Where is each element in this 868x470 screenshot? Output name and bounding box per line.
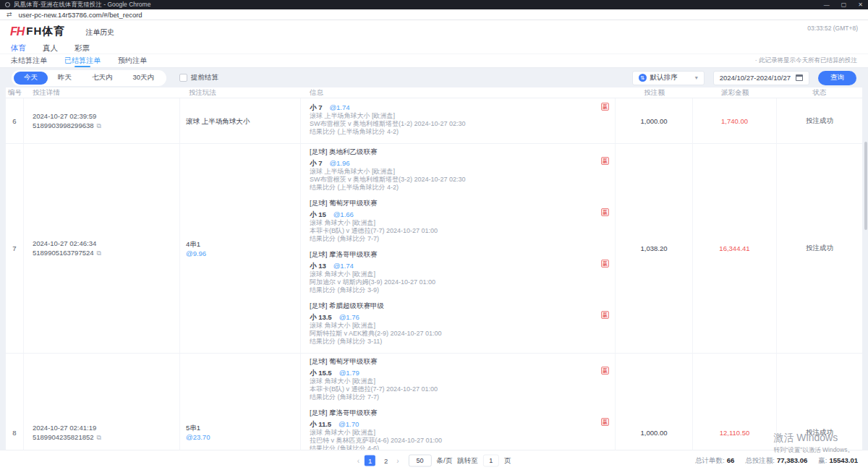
pick-text: 小 7 — [310, 103, 322, 111]
leg-result: 结果比分 (角球比分 3-9) — [310, 286, 583, 294]
leg-pick-line: 小 7@1.74 — [310, 102, 583, 111]
bet-leg: [足球] 奥地利乙级联赛小 7@1.96滚球 上半场角球大小 [欧洲盘]SW布雷… — [310, 148, 615, 192]
early-settle-checkbox[interactable] — [179, 74, 187, 82]
secondary-tabbar: 未结算注单已结算注单预约注单 · 此记录将显示今天所有已结算的投注 — [0, 54, 868, 68]
pick-text: 小 15.5 — [310, 369, 332, 377]
leg-pick-line: 小 15.5@1.79 — [310, 367, 583, 377]
leg-market: 滚球 角球大小 [欧洲盘] — [310, 270, 583, 278]
chrome-window: 凤凰体育-亚洲在线体育竞猜投注 - Google Chrome — ▢ ✕ ⇄ … — [0, 0, 868, 470]
tab-真人[interactable]: 真人 — [43, 43, 58, 54]
range-pill-30天内[interactable]: 30天内 — [123, 72, 165, 85]
cell-payout: 1,740.00 — [693, 98, 777, 143]
app-page: FH FH体育 注单历史 03:33:52 (GMT+8) 体育真人彩票 未结算… — [0, 20, 868, 470]
range-pill-今天[interactable]: 今天 — [14, 72, 48, 85]
win-badge: 赢 — [601, 103, 609, 111]
leg-market: 滚球 角球大小 [欧洲盘] — [310, 219, 583, 227]
copy-icon[interactable]: ⧉ — [97, 434, 101, 441]
win-badge: 赢 — [601, 260, 609, 268]
scrollbar[interactable] — [864, 142, 867, 230]
page-button-2[interactable]: 2 — [380, 455, 391, 466]
column-header: 投注玩法 — [180, 88, 301, 98]
url-text[interactable]: user-pc-new.14r53786.com/#/bet_record — [19, 11, 142, 19]
odds-text: @1.66 — [333, 210, 354, 218]
bet-leg: [足球] 希腊超级联赛甲级小 13.5@1.76滚球 角球大小 [欧洲盘]阿斯特… — [310, 302, 615, 346]
sort-select[interactable]: ⇅ 默认排序 ▾ — [632, 71, 705, 85]
cell-status: 投注成功 — [777, 144, 862, 353]
odds-text: @1.70 — [339, 420, 359, 428]
date-range-input[interactable]: 2024/10/27-2024/10/27 — [713, 71, 809, 85]
cell-play-type: 滚球 上半场角球大小 — [180, 98, 301, 143]
next-page-button[interactable]: › — [396, 456, 399, 464]
leg-pick-line: 小 13.5@1.76 — [310, 312, 583, 321]
table-body: 62024-10-27 02:39:595189903998299638⧉滚球 … — [6, 98, 862, 470]
early-settle-filter[interactable]: 提前结算 — [179, 73, 218, 82]
subtab-未结算注单[interactable]: 未结算注单 — [11, 54, 47, 67]
copy-icon[interactable]: ⧉ — [97, 249, 101, 257]
page-button-1[interactable]: 1 — [365, 455, 375, 466]
odds-text: @1.74 — [333, 262, 354, 270]
bet-id-text: 5189904235821852 — [33, 433, 94, 441]
copy-icon[interactable]: ⧉ — [97, 122, 101, 129]
page-size-input[interactable] — [409, 454, 432, 466]
pick-text: 小 11.5 — [310, 420, 331, 428]
tab-体育[interactable]: 体育 — [11, 43, 26, 54]
brand-name: FH体育 — [26, 25, 65, 38]
cell-play-type: 4串1@9.96 — [180, 144, 301, 353]
search-button[interactable]: 查询 — [818, 71, 856, 85]
server-time: 03:33:52 (GMT+8) — [807, 25, 858, 32]
odds-text: @1.76 — [339, 313, 359, 321]
leg-match: 拉巴特 v 奥林匹克萨菲(4-6) 2024-10-27 01:00 — [310, 437, 583, 445]
table-row: 62024-10-27 02:39:595189903998299638⧉滚球 … — [6, 98, 862, 144]
odds-text: @1.96 — [329, 159, 349, 167]
prev-page-button[interactable]: ‹ — [357, 456, 359, 464]
column-header: 状态 — [777, 88, 862, 98]
subtab-预约注单[interactable]: 预约注单 — [118, 54, 147, 67]
leg-market: 滚球 上半场角球大小 [欧洲盘] — [310, 112, 583, 120]
column-header: 投注额 — [616, 88, 693, 98]
pick-text: 小 13.5 — [310, 313, 332, 321]
bet-id: 5189904235821852⧉ — [33, 432, 179, 443]
leg-pick-line: 小 13@1.74 — [310, 260, 583, 270]
leg-market: 滚球 上半场角球大小 [欧洲盘] — [310, 168, 583, 176]
win-badge: 赢 — [601, 157, 609, 165]
leg-match: 本菲卡(B队) v 通德拉(7-7) 2024-10-27 01:00 — [310, 227, 583, 235]
leg-match: SW布雷根茨 v 奥地利维斯塔登(3-2) 2024-10-27 02:30 — [310, 176, 583, 184]
tab-switch-icon[interactable]: ⇄ — [7, 11, 12, 18]
bet-leg: 小 7@1.74滚球 上半场角球大小 [欧洲盘]SW布雷根茨 v 奥地利维斯塔登… — [310, 102, 615, 136]
win-badge: 赢 — [601, 208, 609, 216]
primary-tabs: 体育真人彩票 — [0, 43, 868, 54]
bet-id-text: 5189903998299638 — [33, 121, 94, 129]
bet-time: 2024-10-27 02:46:34 — [33, 239, 179, 248]
url-bar[interactable]: ⇄ user-pc-new.14r53786.com/#/bet_record — [0, 9, 868, 20]
cell-stake: 1,038.20 — [616, 144, 693, 353]
leg-result: 结果比分 (上半场角球比分 4-2) — [310, 128, 583, 136]
date-range-value: 2024/10/27-2024/10/27 — [720, 74, 791, 82]
tab-彩票[interactable]: 彩票 — [75, 43, 90, 54]
table-row: 72024-10-27 02:46:345189905163797524⧉4串1… — [6, 144, 862, 354]
leg-pick-line: 小 11.5@1.70 — [310, 419, 583, 428]
column-header: 编号 — [6, 88, 24, 98]
app-header: FH FH体育 注单历史 03:33:52 (GMT+8) — [0, 20, 868, 43]
subtab-已结算注单[interactable]: 已结算注单 — [64, 54, 101, 67]
play-type-text: 4串1 — [186, 239, 300, 249]
calendar-icon[interactable] — [796, 74, 803, 81]
close-button[interactable]: ✕ — [858, 1, 863, 8]
range-pill-昨天[interactable]: 昨天 — [48, 72, 82, 85]
page-title: 注单历史 — [85, 27, 114, 38]
maximize-button[interactable]: ▢ — [841, 1, 847, 8]
range-pill-七天内[interactable]: 七天内 — [82, 72, 123, 85]
minimize-button[interactable]: — — [824, 1, 830, 8]
secondary-tabs: 未结算注单已结算注单预约注单 — [11, 54, 164, 67]
leg-match: SW布雷根茨 v 奥地利维斯塔登(1-2) 2024-10-27 02:30 — [310, 120, 583, 128]
jump-page-input[interactable] — [483, 454, 499, 466]
cell-number: 6 — [6, 98, 24, 143]
column-header: 投注详情 — [24, 88, 180, 98]
filter-row: 今天昨天七天内30天内 提前结算 ⇅ 默认排序 ▾ 2024/10/27-202… — [0, 68, 868, 87]
cell-info: 小 7@1.74滚球 上半场角球大小 [欧洲盘]SW布雷根茨 v 奥地利维斯塔登… — [301, 98, 616, 143]
leg-league: [足球] 葡萄牙甲级联赛 — [310, 357, 583, 366]
leg-market: 滚球 角球大小 [欧洲盘] — [310, 429, 583, 437]
total-win: 赢:15543.01 — [818, 456, 858, 465]
leg-result: 结果比分 (角球比分 7-7) — [310, 393, 583, 401]
sort-label: 默认排序 — [650, 73, 678, 82]
early-settle-label: 提前结算 — [191, 73, 218, 82]
